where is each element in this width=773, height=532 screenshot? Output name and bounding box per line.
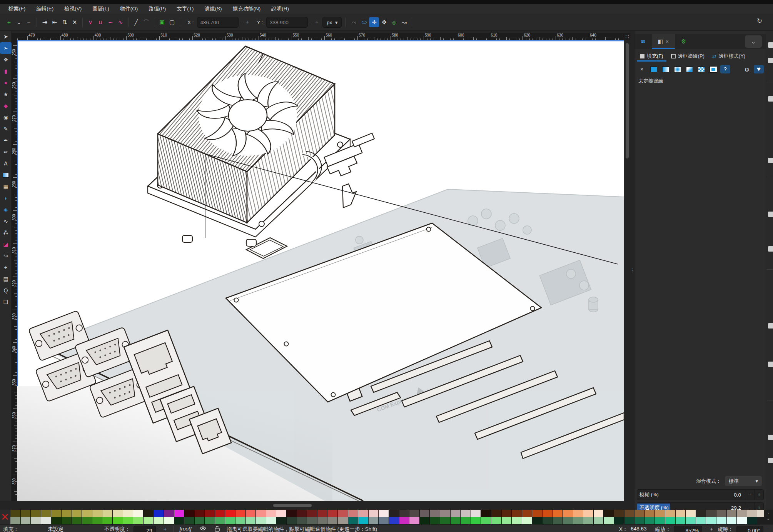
palette-swatch[interactable] <box>706 517 716 524</box>
palette-swatch[interactable] <box>461 510 471 517</box>
rotation-input[interactable]: 0.00° <box>736 526 763 532</box>
palette-swatch[interactable] <box>634 517 645 524</box>
palette-swatch[interactable] <box>266 510 277 517</box>
palette-swatch[interactable] <box>266 517 277 524</box>
snap-option-icon[interactable] <box>768 362 773 367</box>
palette-swatch[interactable] <box>389 517 399 524</box>
palette-swatch[interactable] <box>307 510 317 517</box>
palette-swatch[interactable] <box>154 510 164 517</box>
pages-tool[interactable]: ❏ <box>0 296 12 308</box>
palette-swatch[interactable] <box>82 510 92 517</box>
palette-swatch[interactable] <box>716 510 727 517</box>
snap-option-icon[interactable] <box>768 435 773 440</box>
palette-no-color[interactable]: ✕ <box>0 510 10 524</box>
blur-decrease-button[interactable]: − <box>745 490 754 500</box>
palette-swatch[interactable] <box>31 510 41 517</box>
palette-swatch[interactable] <box>583 517 594 524</box>
palette-swatch[interactable] <box>195 517 205 524</box>
paint-pattern-button[interactable] <box>696 65 706 73</box>
palette-swatch[interactable] <box>747 510 758 517</box>
horizontal-ruler[interactable]: 4704804905005105205305405505605705805906… <box>17 33 624 40</box>
layer-lock-icon[interactable] <box>215 526 220 532</box>
palette-swatch[interactable] <box>31 517 41 524</box>
palette-swatch[interactable] <box>594 517 604 524</box>
palette-swatch[interactable] <box>297 510 307 517</box>
palette-swatch[interactable] <box>614 510 624 517</box>
text-tool[interactable]: A <box>0 158 12 169</box>
palette-swatch[interactable] <box>440 517 451 524</box>
menu-help[interactable]: 說明(H) <box>266 4 294 14</box>
snap-option-icon[interactable] <box>768 58 773 63</box>
snap-option-icon[interactable] <box>768 96 773 102</box>
tab-swatches[interactable]: ⚙ <box>675 34 692 49</box>
tab-fill[interactable]: 填充(F) <box>637 51 666 62</box>
symmetric-node-icon[interactable]: ∽ <box>105 17 115 27</box>
delete-segment-icon[interactable]: ✕ <box>70 17 80 27</box>
y-coordinate-input[interactable]: 338.900 <box>266 17 308 28</box>
rotation-stepper[interactable]: − <box>766 526 770 532</box>
shape-builder-tool[interactable]: ❖ <box>0 54 12 65</box>
palette-swatch[interactable] <box>276 517 287 524</box>
palette-swatch[interactable] <box>716 517 727 524</box>
palette-swatch[interactable] <box>727 510 737 517</box>
palette-swatch[interactable] <box>665 517 676 524</box>
palette-swatch[interactable] <box>72 517 82 524</box>
palette-swatch[interactable] <box>604 517 614 524</box>
display-adjustment-icon[interactable]: ⛶ <box>624 33 630 40</box>
palette-swatch[interactable] <box>10 517 21 524</box>
palette-swatch[interactable] <box>246 517 256 524</box>
palette-swatch[interactable] <box>747 517 758 524</box>
palette-swatch[interactable] <box>174 517 185 524</box>
palette-swatch[interactable] <box>451 517 461 524</box>
palette-swatch[interactable] <box>737 510 747 517</box>
menu-text[interactable]: 文字(T) <box>171 4 199 14</box>
palette-swatch[interactable] <box>338 510 348 517</box>
menu-file[interactable]: 檔案(F) <box>3 4 31 14</box>
palette-swatch[interactable] <box>358 517 369 524</box>
delete-node-icon[interactable]: − <box>24 17 34 27</box>
join-nodes-icon[interactable]: ⇥ <box>40 17 50 27</box>
select-tool[interactable]: ➤ <box>0 31 12 42</box>
snap-toggle-icon[interactable]: ↻ <box>757 17 762 25</box>
menu-extensions[interactable]: 擴充功能(N) <box>227 4 266 14</box>
layer-visibility-icon[interactable] <box>200 526 206 532</box>
palette-swatch[interactable] <box>440 510 451 517</box>
snap-option-icon[interactable] <box>768 458 773 463</box>
palette-swatch[interactable] <box>676 517 686 524</box>
palette-swatch[interactable] <box>676 510 686 517</box>
palette-swatch[interactable] <box>471 517 481 524</box>
palette-swatch[interactable] <box>512 517 522 524</box>
palette-swatch[interactable] <box>256 517 266 524</box>
palette-swatch[interactable] <box>502 517 512 524</box>
spray-tool[interactable]: ⁂ <box>0 227 12 238</box>
palette-swatch[interactable] <box>51 510 62 517</box>
palette-swatch[interactable] <box>41 517 52 524</box>
palette-swatch[interactable] <box>634 510 645 517</box>
palette-swatch[interactable] <box>123 517 134 524</box>
x-coordinate-input[interactable]: 486.700 <box>197 17 239 28</box>
connector-tool[interactable]: ↪ <box>0 250 12 262</box>
palette-swatch[interactable] <box>461 517 471 524</box>
menu-layer[interactable]: 圖層(L) <box>87 4 115 14</box>
dropper-tool[interactable]: ◗ <box>0 192 12 204</box>
palette-swatch[interactable] <box>144 510 154 517</box>
palette-swatch[interactable] <box>624 510 635 517</box>
palette-swatch[interactable] <box>215 517 225 524</box>
palette-swatch[interactable] <box>174 510 185 517</box>
palette-swatch[interactable] <box>62 517 72 524</box>
palette-swatch[interactable] <box>522 510 533 517</box>
palette-swatch[interactable] <box>409 510 420 517</box>
paint-unknown-button[interactable]: ? <box>720 65 730 73</box>
paint-flat-button[interactable] <box>649 65 659 73</box>
palette-swatch[interactable] <box>614 517 624 524</box>
palette-swatch[interactable] <box>133 517 144 524</box>
next-path-effect-icon[interactable]: ↝ <box>399 17 409 27</box>
transform-handles-icon[interactable]: ✥ <box>379 17 389 27</box>
snap-option-icon[interactable] <box>768 158 773 163</box>
y-stepper[interactable]: −＋ <box>310 19 320 26</box>
opacity-status-input[interactable]: 29 <box>134 526 156 532</box>
palette-swatch[interactable] <box>399 510 410 517</box>
object-to-path-icon[interactable]: ▣ <box>157 17 167 27</box>
calligraphy-tool[interactable]: ✑ <box>0 146 12 158</box>
palette-swatch[interactable] <box>737 517 747 524</box>
